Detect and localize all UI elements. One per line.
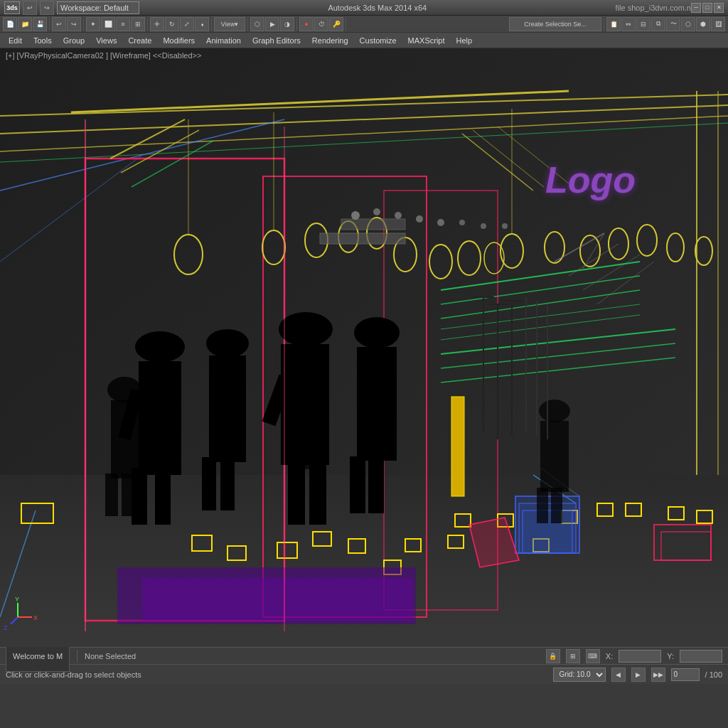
undo-tool[interactable]: ↩ [52,17,66,31]
menu-help[interactable]: Help [451,33,478,48]
separator2 [83,18,84,31]
menu-graph-editors[interactable]: Graph Editors [247,33,306,48]
svg-point-99 [354,317,400,348]
material-editor[interactable]: ⬢ [696,17,710,31]
separator4 [211,18,212,31]
svg-rect-108 [540,421,569,492]
svg-rect-102 [368,456,384,513]
separator6 [296,18,297,31]
svg-rect-95 [288,461,305,525]
workspace-selector[interactable]: Workspace: Default [57,1,139,14]
svg-rect-98 [316,368,329,422]
svg-point-78 [437,219,444,226]
minimize-button[interactable]: ─ [691,3,701,13]
menu-views[interactable]: Views [90,33,122,48]
menu-modifiers[interactable]: Modifiers [157,33,200,48]
svg-point-92 [279,312,333,346]
undo-button[interactable]: ↩ [23,1,37,15]
menu-animation[interactable]: Animation [200,33,247,48]
selection-set-input[interactable]: Create Selection Se... [509,17,601,31]
save-button[interactable]: 💾 [33,17,47,31]
schematic[interactable]: ⬡ [681,17,695,31]
svg-point-75 [373,208,380,215]
rotate-tool[interactable]: ↻ [165,17,179,31]
separator7 [346,18,346,31]
align-button[interactable]: ⊟ [636,17,651,31]
menu-group[interactable]: Group [58,33,91,48]
title-left: 3ds ↩ ↪ Workspace: Default [4,1,139,15]
active-shade[interactable]: ◑ [280,17,294,31]
svg-rect-65 [142,578,412,621]
svg-text:Y: Y [15,596,19,603]
x-coord-label: X: [606,652,613,660]
menu-bar: Edit Tools Group Views Create Modifiers … [0,33,728,48]
layer-manager[interactable]: ⧉ [651,17,665,31]
lock-selection-button[interactable]: 🔒 [546,649,560,663]
view-selector[interactable]: View▾ [214,17,245,31]
move-tool[interactable]: ✛ [150,17,164,31]
svg-point-88 [206,329,249,358]
named-sel-sets[interactable]: 📋 [606,17,621,31]
time-slider-prev[interactable]: ◀ [611,668,626,682]
svg-text:X: X [33,614,38,621]
new-button[interactable]: 📄 [3,17,17,31]
redo-button[interactable]: ↪ [40,1,54,15]
animate-mode[interactable]: ● [299,17,314,31]
frame-input[interactable] [671,668,700,681]
select-tool[interactable]: ✦ [86,17,100,31]
frame-total-label: / 100 [705,670,722,679]
grid-size-select[interactable]: Grid: 10.0 Grid: 5.0 [553,668,606,682]
restore-button[interactable]: □ [702,3,712,13]
viewport[interactable]: [+] [VRayPhysicalCamera02 ] [Wireframe] … [0,48,728,647]
select-name-tool[interactable]: ≡ [116,17,130,31]
transform-type-in[interactable]: ⌨ [586,649,600,663]
scene-viewport[interactable]: X Y Z [0,48,728,647]
key-mode[interactable]: 🔑 [329,17,343,31]
time-slider-next[interactable]: ▶▶ [651,668,665,682]
scale-tool[interactable]: ⤢ [180,17,194,31]
svg-point-77 [416,215,423,223]
redo-tool[interactable]: ↪ [67,17,81,31]
y-coord-input[interactable] [680,650,722,663]
select-region-tool[interactable]: ⬜ [101,17,115,31]
app-logo: 3ds [4,1,20,14]
open-button[interactable]: 📁 [18,17,32,31]
separator5 [247,18,248,31]
coordinate-system[interactable]: ⊞ [566,649,580,663]
time-config[interactable]: ⏱ [314,17,328,31]
menu-maxscript[interactable]: MAXScript [402,33,451,48]
y-coord-label: Y: [667,652,674,660]
menu-create[interactable]: Create [122,33,157,48]
svg-rect-91 [220,457,235,510]
svg-rect-110 [551,488,562,523]
svg-point-107 [539,400,570,422]
menu-tools[interactable]: Tools [28,33,58,48]
x-coord-input[interactable] [619,650,661,663]
svg-rect-101 [350,456,365,513]
svg-point-80 [481,223,486,229]
render-setup[interactable]: ⬡ [250,17,264,31]
svg-text:Z: Z [4,624,8,631]
menu-customize[interactable]: Customize [354,33,402,48]
svg-rect-89 [209,355,246,462]
svg-rect-100 [357,347,397,461]
close-button[interactable]: ✕ [714,3,724,13]
render-frame[interactable]: 🖼 [711,17,725,31]
svg-point-74 [351,211,360,220]
svg-rect-90 [202,457,216,510]
select-filter[interactable]: ⊞ [131,17,145,31]
quick-render[interactable]: ▶ [265,17,279,31]
separator8 [604,18,604,31]
svg-rect-72 [320,233,405,244]
menu-edit[interactable]: Edit [3,33,28,48]
placement-tool[interactable]: ⬧ [195,17,209,31]
separator1 [49,18,50,31]
mirror-button[interactable]: ⇔ [621,17,636,31]
svg-rect-71 [451,397,464,496]
svg-rect-109 [537,488,548,523]
time-slider-play[interactable]: ▶ [631,668,646,682]
menu-rendering[interactable]: Rendering [306,33,354,48]
status-sep1 [77,650,77,663]
app-title: Autodesk 3ds Max 2014 x64 [139,4,616,12]
curve-editor[interactable]: 〜 [666,17,680,31]
